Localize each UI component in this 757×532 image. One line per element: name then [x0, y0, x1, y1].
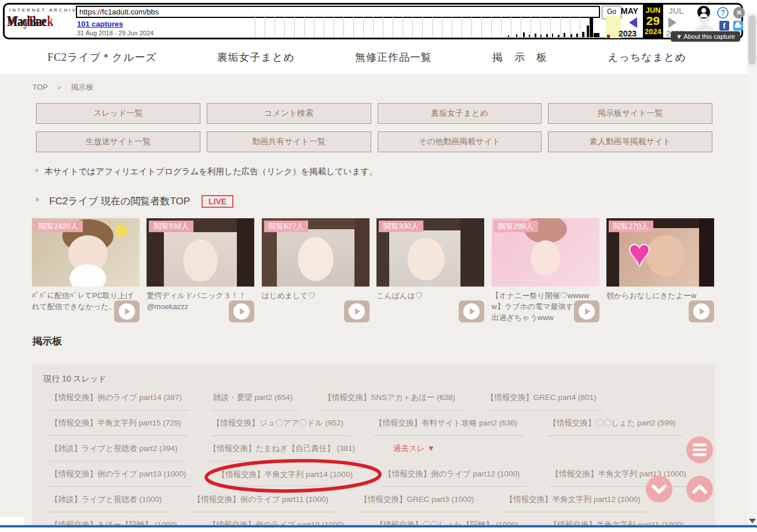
next-capture-arrow-icon[interactable] — [668, 17, 676, 28]
live-card[interactable]: 閲覧298人 ♡ ♡ 【オナニー祭り開催♡wwwww】ラブホの電マ最強すぎて潮出… — [492, 218, 599, 323]
other-video-site-button[interactable]: その他動画掲載サイト — [378, 131, 542, 152]
thread-link[interactable]: 雑談・要望 part2 (654) — [212, 392, 299, 410]
nav-item-bbs[interactable]: 掲 示 板 — [492, 50, 547, 64]
annotated-thread: 【情報交換】半角文字列 part14 (1000) — [217, 469, 383, 480]
thread-link[interactable]: 【情報交換】例のライブ part11 (1000) — [192, 494, 336, 512]
thread-link[interactable]: 【情報交換】GREC part3 (1000) — [359, 494, 481, 512]
nav-item-uncensored-works[interactable]: 無修正作品一覧 — [355, 50, 432, 64]
prev-year-label: 2023 — [619, 29, 637, 38]
play-icon — [585, 308, 590, 315]
viewer-count-badge: 閲覧330人 — [379, 221, 423, 232]
breadcrumb-separator: ＞ — [56, 83, 63, 91]
live-thumbnail[interactable]: 閲覧2420人 — [32, 218, 140, 287]
live-broadcast-site-list-button[interactable]: 生放送サイト一覧 — [36, 131, 200, 152]
live-caption: 朝からおなしにきたよーw — [606, 290, 714, 301]
scrollbar-corner — [0, 517, 24, 526]
thread-list-button[interactable]: スレッド一覧 — [36, 103, 200, 124]
live-card[interactable]: 閲覧2420人 ﾊﾟﾊﾟに配信ﾊﾞレてPC取り上げれて配信できなかった。。。 — [32, 218, 140, 323]
captures-link[interactable]: 101 captures — [77, 20, 123, 28]
thread-link[interactable]: 【情報交換】例のライブ part14 (387) — [49, 392, 189, 410]
live-section-heading: ＊ FC2ライブ 現在の閲覧者数TOP LIVE — [32, 195, 233, 208]
live-section-title: FC2ライブ 現在の閲覧者数TOP — [49, 195, 190, 208]
thread-row: 【雑談】ライブと視聴者 part2 (394) 【情報交換】たまねぎ【自己責任】… — [49, 443, 704, 461]
uraaka-joshi-button[interactable]: 裏垢女子まとめ — [378, 103, 542, 124]
play-button[interactable] — [459, 300, 484, 322]
twitter-share-icon[interactable] — [733, 21, 743, 31]
wayback-logo[interactable]: INTERNET ARCHIVE WayBackMachine — [9, 6, 79, 36]
live-thumbnail[interactable]: 閲覧330人 — [376, 218, 484, 287]
amateur-video-site-button[interactable]: 素人動画等掲載サイト — [548, 131, 712, 152]
live-card[interactable]: 閲覧627人 はじめまして♡ — [262, 218, 370, 323]
thread-row: 【情報交換】半角文字列 part15 (729) 【情報交換】ジュ〇アア〇ドル … — [49, 418, 704, 436]
thread-row: 【情報交換】例のライブ part13 (1000) 【情報交換】半角文字列 pa… — [49, 469, 704, 487]
timeline-histogram — [506, 15, 593, 37]
board-heading: 掲示板 — [32, 335, 62, 348]
close-toolbar-icon[interactable]: ✕ — [733, 7, 745, 19]
thread-link[interactable]: 【雑談】ライブと視聴者 (1000) — [49, 494, 169, 512]
account-icon[interactable] — [697, 6, 710, 19]
thread-link-highlighted[interactable]: 【情報交換】半角文字列 part14 (1000) — [217, 470, 360, 486]
asterisk-icon: ＊ — [32, 167, 41, 176]
scroll-up-button[interactable] — [686, 476, 713, 502]
scrollbar-down-arrow-icon[interactable] — [749, 519, 756, 523]
current-capture-date[interactable]: JUN 29 2024 — [643, 5, 663, 38]
facebook-share-icon[interactable]: f — [719, 21, 729, 31]
timeline-capture-mark — [607, 35, 610, 38]
thread-link[interactable]: 【情報交換】半角文字列 part12 (1000) — [504, 494, 647, 512]
thread-link[interactable]: 【情報交換】〇〇しょた part2 (599) — [547, 418, 682, 436]
past-threads-link[interactable]: 過去スレ ▼ — [392, 443, 442, 461]
current-day-label: 29 — [643, 14, 663, 27]
live-thumbnail[interactable]: 閲覧270人 ♥ — [606, 218, 714, 287]
thread-link[interactable]: 【情報交換】例のライブ part13 (1000) — [49, 469, 193, 487]
vertical-scrollbar[interactable] — [747, 13, 757, 526]
live-thumbnail[interactable]: 閲覧298人 ♡ ♡ — [492, 218, 599, 287]
current-year-label: 2024 — [643, 27, 663, 36]
thread-link[interactable]: 【情報交換】GREC part4 (801) — [485, 392, 604, 410]
play-icon — [125, 308, 130, 315]
internet-archive-label: INTERNET ARCHIVE — [9, 8, 82, 13]
thread-link[interactable]: 【情報交換】有料サイト攻略 part2 (636) — [374, 418, 524, 436]
play-button[interactable] — [574, 300, 599, 322]
thread-link[interactable]: 【情報交換】例のライブ part12 (1000) — [383, 469, 527, 487]
viewer-count-badge: 閲覧938人 — [149, 221, 193, 232]
live-cards: 閲覧2420人 ﾊﾟﾊﾟに配信ﾊﾞレてPC取り上げれて配信できなかった。。。 閲… — [32, 218, 714, 323]
live-caption: はじめまして♡ — [262, 290, 370, 301]
thread-board-box: 現行 10 スレッド 【情報交換】例のライブ part14 (387) 雑談・要… — [32, 364, 715, 532]
video-share-site-list-button[interactable]: 動画共有サイト一覧 — [207, 131, 371, 152]
floating-menu-button[interactable] — [686, 436, 713, 463]
play-button[interactable] — [114, 300, 140, 322]
thread-link[interactable]: 【情報交換】たまねぎ【自己責任】 (381) — [208, 443, 363, 461]
nav-item-fc2-live-cruise[interactable]: FC2ライブ＊クルーズ — [47, 50, 157, 64]
play-button[interactable] — [229, 300, 254, 322]
next-month-label: JUL — [668, 6, 683, 16]
play-button[interactable] — [344, 300, 370, 322]
scrollbar-thumb[interactable] — [748, 15, 756, 65]
current-month-label: JUN — [643, 6, 663, 14]
live-card[interactable]: 閲覧938人 驚愕ディルドパニック３！！ @moekazzz — [147, 218, 254, 323]
comment-search-button[interactable]: コメント検索 — [207, 103, 371, 124]
breadcrumb-home-link[interactable]: TOP — [32, 83, 47, 91]
thread-link[interactable]: 【情報交換】ジュ〇アア〇ドル (952) — [211, 418, 350, 436]
scroll-down-button[interactable] — [646, 476, 672, 502]
nav-item-ecchi-matome[interactable]: えっちなまとめ — [608, 50, 686, 64]
nav-item-uraaka-joshi[interactable]: 裏垢女子まとめ — [217, 50, 295, 64]
prev-month-label: MAY — [621, 6, 638, 16]
bbs-site-list-button[interactable]: 掲示板サイト一覧 — [548, 103, 712, 124]
viewer-count-badge: 閲覧627人 — [264, 221, 309, 232]
live-thumbnail[interactable]: 閲覧938人 — [147, 218, 254, 287]
thread-link[interactable]: 【情報交換】SNSアカ＋あほー (638) — [323, 392, 462, 410]
play-icon — [470, 308, 475, 315]
play-icon — [355, 308, 360, 315]
live-card[interactable]: 閲覧270人 ♥ 朝からおなしにきたよーw — [606, 218, 714, 323]
help-icon[interactable]: ? — [717, 7, 729, 19]
thread-link[interactable]: 【雑談】ライブと視聴者 part2 (394) — [49, 443, 185, 461]
thread-link[interactable]: 【情報交換】半角文字列 part15 (729) — [49, 418, 188, 436]
live-thumbnail[interactable]: 閲覧627人 — [262, 218, 370, 287]
about-this-capture-button[interactable]: ▼ About this capture — [671, 31, 740, 42]
hamburger-icon — [693, 443, 707, 446]
chevron-up-icon — [692, 485, 707, 494]
affiliate-notice: ＊本サイトではアフィリエイトプログラムを利用した広告（リンク）を掲載しています。 — [32, 166, 378, 177]
prev-capture-arrow-icon[interactable] — [629, 17, 637, 28]
play-button[interactable] — [689, 300, 714, 322]
live-card[interactable]: 閲覧330人 こんばんは♡ — [376, 218, 484, 323]
